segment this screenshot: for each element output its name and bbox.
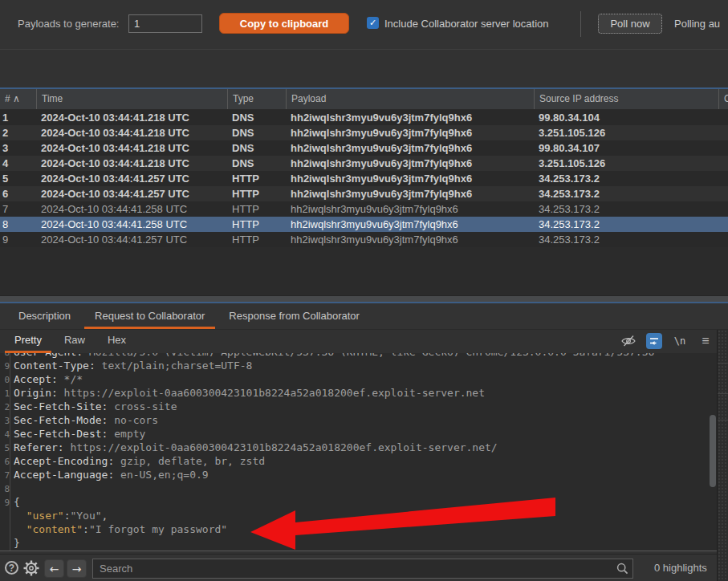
cell-comment xyxy=(718,156,728,171)
table-row[interactable]: 72024-Oct-10 03:44:41.258 UTCHTTPhh2iwql… xyxy=(0,201,728,217)
horizontal-splitter[interactable] xyxy=(0,295,728,302)
cell-time: 2024-Oct-10 03:44:41.218 UTC xyxy=(36,125,227,140)
eye-slash-icon[interactable] xyxy=(620,333,636,349)
table-row[interactable]: 22024-Oct-10 03:44:41.218 UTCDNShh2iwqls… xyxy=(0,125,728,140)
cell-comment xyxy=(718,125,728,140)
cell-type: HTTP xyxy=(227,201,286,217)
table-row[interactable]: 42024-Oct-10 03:44:41.218 UTCDNShh2iwqls… xyxy=(0,156,728,171)
subtab-pretty[interactable]: Pretty xyxy=(3,330,53,353)
tab-description[interactable]: Description xyxy=(6,303,83,329)
gear-icon[interactable] xyxy=(22,559,40,577)
cell-type: DNS xyxy=(227,140,286,156)
cell-ip: 34.253.173.2 xyxy=(534,171,718,186)
cell-num: 8 xyxy=(0,217,36,232)
payloads-count-input[interactable] xyxy=(128,14,202,33)
line-number: 7 xyxy=(0,469,10,482)
editor-lines: 8User-Agent: Mozilla/5.0 (Victim) AppleW… xyxy=(0,353,717,551)
column-header-type[interactable]: Type xyxy=(227,89,286,109)
line-number: 9 xyxy=(0,496,10,510)
help-icon[interactable]: ? xyxy=(5,561,18,575)
poll-now-button[interactable]: Poll now xyxy=(598,14,662,34)
line-number xyxy=(0,510,10,523)
table-row[interactable]: 62024-Oct-10 03:44:41.257 UTCHTTPhh2iwql… xyxy=(0,186,728,201)
cell-ip: 34.253.173.2 xyxy=(534,201,718,217)
tab-request-to-collaborator[interactable]: Request to Collaborator xyxy=(83,303,217,329)
table-row[interactable]: 12024-Oct-10 03:44:41.218 UTCDNShh2iwqls… xyxy=(0,110,728,125)
column-header-payload[interactable]: Payload xyxy=(286,89,534,109)
editor-line: 6Accept-Encoding: gzip, deflate, br, zst… xyxy=(0,455,717,469)
strip-segment xyxy=(718,363,728,364)
cell-type: HTTP xyxy=(227,217,286,232)
subtab-hex[interactable]: Hex xyxy=(96,330,137,353)
editor-line: 7Accept-Language: en-US,en;q=0.9 xyxy=(0,469,717,482)
toolbar: Payloads to generate: Copy to clipboard … xyxy=(0,0,728,50)
line-number: 4 xyxy=(0,428,10,441)
table-row[interactable]: 32024-Oct-10 03:44:41.218 UTCDNShh2iwqls… xyxy=(0,140,728,156)
line-number: 1 xyxy=(0,387,10,400)
cell-ip: 99.80.34.104 xyxy=(534,110,718,125)
search-icon[interactable] xyxy=(616,563,628,578)
newline-toggle-icon[interactable]: \n xyxy=(672,333,688,349)
cell-payload: hh2iwqlshr3myu9vu6y3jtm7fylq9hx6 xyxy=(286,232,534,247)
cell-comment xyxy=(718,186,728,201)
burp-collaborator-window: Payloads to generate: Copy to clipboard … xyxy=(0,0,728,581)
cell-num: 7 xyxy=(0,201,36,217)
cell-num: 5 xyxy=(0,171,36,186)
line-number: 3 xyxy=(0,414,10,428)
cell-payload: hh2iwqlshr3myu9vu6y3jtm7fylq9hx6 xyxy=(286,171,534,186)
editor-annotation-strip[interactable] xyxy=(717,330,728,581)
include-location-checkbox[interactable]: ✓ xyxy=(367,17,379,29)
cell-comment xyxy=(718,140,728,156)
line-number: 6 xyxy=(0,455,10,469)
cell-payload: hh2iwqlshr3myu9vu6y3jtm7fylq9hx6 xyxy=(286,217,534,232)
editor-line: 9Content-Type: text/plain;charset=UTF-8 xyxy=(0,360,717,373)
table-row[interactable]: 82024-Oct-10 03:44:41.258 UTCHTTPhh2iwql… xyxy=(0,217,728,232)
cell-ip: 3.251.105.126 xyxy=(534,125,718,140)
previous-match-button[interactable]: ← xyxy=(44,559,64,578)
payloads-to-generate-label: Payloads to generate: xyxy=(18,18,119,30)
cell-ip: 34.253.173.2 xyxy=(534,232,718,247)
cell-payload: hh2iwqlshr3myu9vu6y3jtm7fylq9hx6 xyxy=(286,140,534,156)
cell-ip: 3.251.105.126 xyxy=(534,156,718,171)
cell-type: DNS xyxy=(227,156,286,171)
cell-ip: 34.253.173.2 xyxy=(534,186,718,201)
interactions-table: # ∧ Time Type Payload Source IP address … xyxy=(0,87,728,295)
detail-tabs-panel: DescriptionRequest to CollaboratorRespon… xyxy=(0,302,728,330)
editor-menu-icon[interactable]: ≡ xyxy=(697,333,714,349)
column-header-time[interactable]: Time xyxy=(36,89,227,109)
tab-response-from-collaborator[interactable]: Response from Collaborator xyxy=(217,303,372,329)
editor-scrollbar-thumb[interactable] xyxy=(710,415,716,487)
table-row[interactable]: 52024-Oct-10 03:44:41.257 UTCHTTPhh2iwql… xyxy=(0,171,728,186)
cell-payload: hh2iwqlshr3myu9vu6y3jtm7fylq9hx6 xyxy=(286,156,534,171)
cell-time: 2024-Oct-10 03:44:41.258 UTC xyxy=(36,217,227,232)
word-wrap-icon[interactable] xyxy=(646,333,662,349)
collab-table-body: 12024-Oct-10 03:44:41.218 UTCDNShh2iwqls… xyxy=(0,110,728,295)
search-input[interactable] xyxy=(93,559,613,578)
editor-subtabs: PrettyRawHex xyxy=(0,330,728,353)
copy-to-clipboard-button[interactable]: Copy to clipboard xyxy=(219,13,349,34)
strip-segment xyxy=(718,393,728,394)
search-status-bar: ? ← → 0 highl xyxy=(0,554,717,581)
cell-type: HTTP xyxy=(227,171,286,186)
cell-time: 2024-Oct-10 03:44:41.218 UTC xyxy=(36,156,227,171)
table-row[interactable]: 92024-Oct-10 03:44:41.257 UTCHTTPhh2iwql… xyxy=(0,232,728,247)
editor-line: 5Referer: https://exploit-0aa60030042310… xyxy=(0,441,717,455)
column-header-source-ip[interactable]: Source IP address xyxy=(534,89,718,109)
highlights-count: 0 highlights xyxy=(654,562,707,574)
table-header-row: # ∧ Time Type Payload Source IP address … xyxy=(0,89,728,110)
subtab-raw[interactable]: Raw xyxy=(53,330,96,353)
cell-payload: hh2iwqlshr3myu9vu6y3jtm7fylq9hx6 xyxy=(286,201,534,217)
toolbar-divider xyxy=(580,11,581,37)
include-location-label: Include Collaborator server location xyxy=(384,18,549,30)
search-field-wrap xyxy=(92,559,633,579)
column-header-number[interactable]: # ∧ xyxy=(0,89,36,109)
line-number: 9 xyxy=(0,360,10,373)
next-match-button[interactable]: → xyxy=(67,559,87,578)
cell-num: 9 xyxy=(0,232,36,247)
cell-num: 1 xyxy=(0,110,36,125)
cell-comment xyxy=(718,110,728,125)
cell-time: 2024-Oct-10 03:44:41.257 UTC xyxy=(36,171,227,186)
request-editor[interactable]: 8User-Agent: Mozilla/5.0 (Victim) AppleW… xyxy=(0,353,717,551)
column-header-comment[interactable]: C xyxy=(718,89,728,109)
line-number: 5 xyxy=(0,441,10,455)
